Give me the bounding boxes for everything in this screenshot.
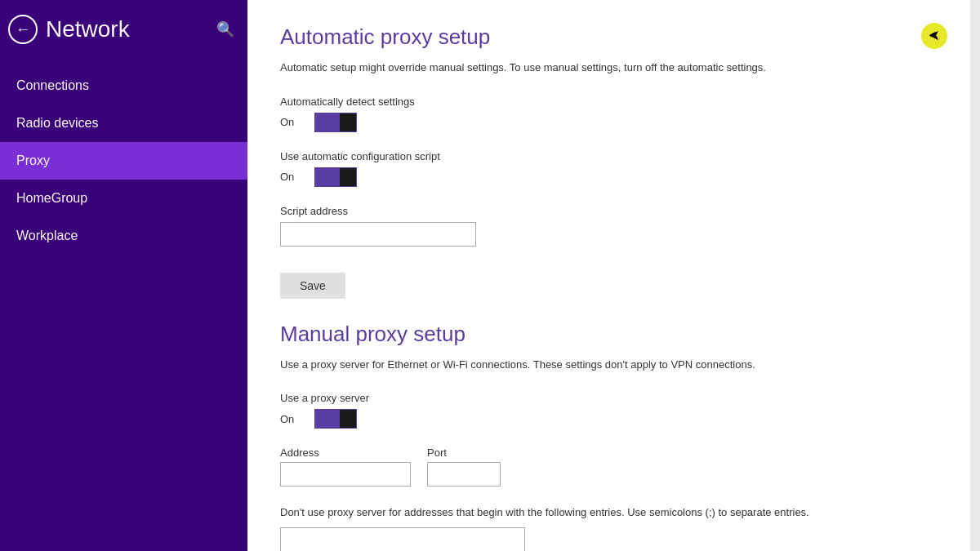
toggle-thumb-2 [340,168,356,186]
sidebar-nav: Connections Radio devices Proxy HomeGrou… [0,67,247,255]
auto-detect-toggle-row: On [280,113,938,132]
exceptions-input[interactable] [280,527,525,552]
sidebar-item-workplace[interactable]: Workplace [0,217,247,255]
script-address-input[interactable] [280,222,476,247]
address-input[interactable] [280,462,411,487]
search-button[interactable]: 🔍 [216,20,234,38]
port-label: Port [427,447,501,459]
toggle-thumb [340,113,356,131]
address-port-setting: Address Port [280,447,938,487]
address-label: Address [280,447,411,459]
auto-detect-toggle[interactable] [314,113,357,132]
port-input[interactable] [427,462,501,487]
auto-config-toggle-row: On [280,167,938,187]
use-proxy-toggle-row: On [280,409,938,429]
use-proxy-toggle[interactable] [314,409,357,429]
auto-detect-state: On [280,116,305,128]
back-icon: ← [16,21,30,38]
save-button[interactable]: Save [280,273,345,299]
script-address-setting: Script address [280,205,938,247]
sidebar-item-proxy[interactable]: Proxy [0,142,247,180]
auto-config-script-setting: Use automatic configuration script On [280,150,938,187]
automatic-proxy-desc: Automatic setup might override manual se… [280,60,938,76]
exceptions-note: Don't use proxy server for addresses tha… [280,504,938,521]
port-field-item: Port [427,447,501,487]
back-button[interactable]: ← [8,15,38,44]
sidebar-item-connections[interactable]: Connections [0,67,247,104]
use-proxy-setting: Use a proxy server On [280,392,938,429]
toggle-thumb-3 [340,410,356,428]
automatic-proxy-title: Automatic proxy setup [280,24,938,50]
auto-config-state: On [280,171,305,183]
address-port-group: Address Port [280,447,938,487]
auto-detect-setting: Automatically detect settings On [280,96,938,132]
manual-proxy-desc: Use a proxy server for Ethernet or Wi-Fi… [280,357,938,373]
auto-detect-label: Automatically detect settings [280,96,938,108]
address-field-item: Address [280,447,411,487]
sidebar-item-radio-devices[interactable]: Radio devices [0,104,247,142]
sidebar: ← Network 🔍 Connections Radio devices Pr… [0,0,247,551]
script-address-label: Script address [280,205,938,217]
search-icon: 🔍 [216,21,234,38]
main-content: Automatic proxy setup Automatic setup mi… [247,0,970,551]
use-proxy-state: On [280,413,305,425]
use-proxy-label: Use a proxy server [280,392,938,404]
manual-proxy-title: Manual proxy setup [280,322,938,347]
sidebar-header: ← Network 🔍 [0,0,247,59]
auto-config-toggle[interactable] [314,167,357,187]
sidebar-item-homegroup[interactable]: HomeGroup [0,180,247,217]
sidebar-title: Network [46,16,130,42]
auto-config-label: Use automatic configuration script [280,150,938,162]
scrollbar[interactable] [970,0,980,551]
